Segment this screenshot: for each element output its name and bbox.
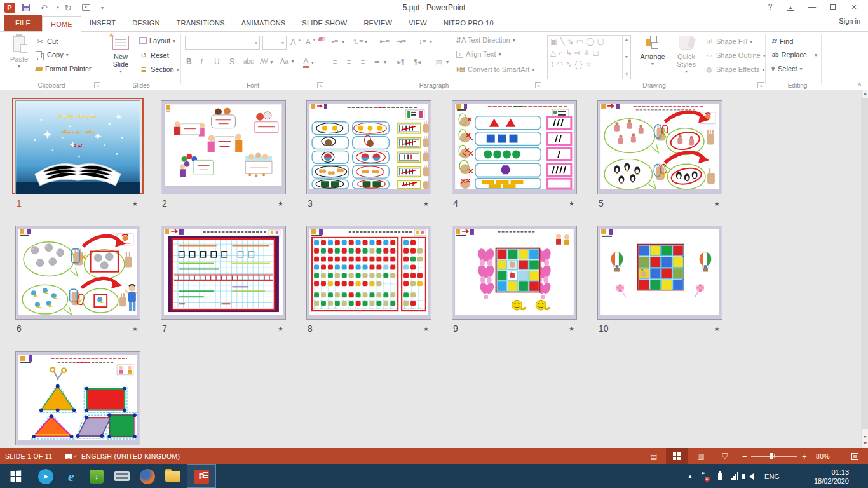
reset-button[interactable]: ↺Reset bbox=[139, 51, 169, 60]
select-button[interactable]: Select▾ bbox=[772, 65, 803, 72]
strikethrough-button[interactable]: S bbox=[229, 57, 234, 66]
slide-thumbnail-8[interactable] bbox=[306, 226, 431, 320]
align-right-button[interactable]: ≡ bbox=[358, 57, 367, 66]
align-center-button[interactable]: ≡ bbox=[344, 57, 353, 66]
slide-thumbnail-11[interactable] bbox=[15, 351, 140, 445]
align-left-button[interactable]: ≡ bbox=[330, 57, 339, 66]
reading-view-button[interactable]: ▥ bbox=[690, 448, 712, 464]
clear-formatting-button[interactable] bbox=[318, 37, 325, 41]
taskbar-internet-explorer-icon[interactable]: e bbox=[58, 464, 84, 488]
slide-show-button[interactable]: ⛉ bbox=[714, 448, 736, 464]
shapes-scrollbar[interactable]: ▲▼⊻ bbox=[622, 36, 630, 79]
tab-animations[interactable]: ANIMATIONS bbox=[233, 15, 294, 31]
taskbar-telegram-icon[interactable]: ➤ bbox=[33, 464, 58, 488]
tray-battery-icon[interactable] bbox=[714, 464, 726, 488]
fit-slide-to-window-button[interactable] bbox=[851, 448, 858, 464]
tab-file[interactable]: FILE bbox=[4, 15, 42, 31]
shape-effects-button[interactable]: ◍Shape Effects▾ bbox=[705, 65, 764, 74]
tab-transitions[interactable]: TRANSITIONS bbox=[168, 15, 233, 31]
underline-button[interactable]: U bbox=[214, 57, 220, 66]
layout-button[interactable]: Layout▾ bbox=[139, 37, 175, 44]
bullets-button[interactable]: •≡▾ bbox=[330, 37, 344, 46]
zoom-percentage[interactable]: 80% bbox=[816, 448, 830, 464]
tab-review[interactable]: REVIEW bbox=[355, 15, 400, 31]
shapes-gallery[interactable]: ▣╲⇘▭◯▢ △⌐↳⇨⇩◻ ⌇◠∿{}☆ ▲▼⊻ bbox=[547, 35, 631, 79]
columns-button[interactable]: ▤▾ bbox=[435, 57, 449, 66]
rtl-direction-button[interactable]: ¶◂ bbox=[413, 57, 422, 66]
scroll-up-arrow[interactable]: ▲ bbox=[862, 91, 868, 95]
font-color-button[interactable]: A▾ bbox=[303, 57, 314, 68]
tray-show-hidden-icons[interactable]: ▲ bbox=[685, 464, 695, 488]
normal-view-button[interactable]: ▤ bbox=[643, 448, 665, 464]
sign-in-link[interactable]: Sign in bbox=[839, 17, 860, 25]
tab-nitro-pro[interactable]: NITRO PRO 10 bbox=[435, 15, 502, 31]
slide-thumbnail-7[interactable] bbox=[161, 226, 286, 320]
tray-clock[interactable]: 01:13 18/02/2020 bbox=[788, 464, 849, 488]
proofing-icon[interactable]: ✓ bbox=[65, 448, 78, 464]
copy-button[interactable]: Copy▾ bbox=[36, 51, 69, 58]
slide-thumbnail-3[interactable] bbox=[306, 100, 431, 194]
tab-view[interactable]: VIEW bbox=[400, 15, 435, 31]
shape-outline-button[interactable]: ▱Shape Outline▾ bbox=[705, 51, 766, 60]
restore-button[interactable] bbox=[824, 0, 841, 14]
drawing-dialog-launcher[interactable]: ↘ bbox=[757, 82, 764, 88]
grow-font-button[interactable]: A▲ bbox=[290, 37, 302, 47]
paste-button[interactable]: Paste ▾ bbox=[6, 36, 32, 71]
change-case-button[interactable]: Aa▾ bbox=[280, 57, 294, 65]
convert-smartart-button[interactable]: ⏵▤Convert to SmartArt▾ bbox=[456, 65, 534, 74]
align-text-button[interactable]: ↕Align Text▾ bbox=[456, 50, 501, 58]
start-button[interactable] bbox=[0, 464, 31, 488]
increase-indent-button[interactable]: ⇥≡ bbox=[397, 37, 405, 46]
zoom-in-button[interactable]: + bbox=[802, 448, 807, 464]
slide-thumbnail-1[interactable]: به نام خدای ستاره ها ریاضی اول دبستان تم… bbox=[15, 100, 140, 194]
text-shadow-button[interactable]: abc bbox=[243, 58, 254, 65]
slide-thumbnail-9[interactable]: ? ? bbox=[452, 226, 577, 320]
slide-thumbnail-2[interactable] bbox=[161, 100, 286, 194]
replace-button[interactable]: abReplace▾ bbox=[772, 51, 817, 58]
ribbon-display-options-button[interactable]: ▲ bbox=[782, 0, 799, 14]
shape-fill-button[interactable]: ⛨Shape Fill▾ bbox=[705, 37, 752, 46]
slide-thumbnail-5[interactable] bbox=[597, 100, 722, 194]
bold-button[interactable]: B bbox=[186, 57, 192, 66]
character-spacing-button[interactable]: AV▾ bbox=[260, 58, 273, 65]
close-button[interactable]: × bbox=[845, 0, 863, 14]
next-slide-buttons[interactable]: ⏷ bbox=[862, 440, 868, 447]
scroll-down-arrow[interactable]: ▼ bbox=[862, 435, 868, 439]
find-button[interactable]: ⌭Find bbox=[772, 37, 793, 45]
line-spacing-button[interactable]: ↕≡▾ bbox=[418, 37, 432, 46]
clipboard-dialog-launcher[interactable]: ↘ bbox=[94, 82, 100, 88]
slide-sorter-view-button[interactable] bbox=[666, 448, 688, 464]
cut-button[interactable]: ✂Cut bbox=[36, 37, 58, 46]
decrease-indent-button[interactable]: ⇤≡ bbox=[380, 37, 389, 46]
tray-network-icon[interactable] bbox=[699, 464, 710, 488]
shrink-font-button[interactable]: A▼ bbox=[306, 37, 316, 46]
zoom-out-button[interactable]: − bbox=[742, 448, 747, 464]
arrange-button[interactable]: Arrange▾ bbox=[636, 36, 669, 68]
slide-thumbnail-10[interactable]: ? bbox=[597, 226, 722, 320]
help-button[interactable]: ? bbox=[761, 0, 779, 14]
text-direction-button[interactable]: ⇵AText Direction▾ bbox=[456, 36, 515, 44]
font-size-combo[interactable]: ▾ bbox=[262, 36, 287, 50]
italic-button[interactable]: I bbox=[200, 57, 203, 67]
tab-slide-show[interactable]: SLIDE SHOW bbox=[294, 15, 355, 31]
slide-thumbnail-6[interactable] bbox=[15, 226, 140, 320]
tab-design[interactable]: DESIGN bbox=[124, 15, 168, 31]
tray-language-indicator[interactable]: ENG bbox=[761, 464, 783, 488]
vertical-scrollbar[interactable]: ▲ ▼ ⏷ bbox=[861, 90, 868, 448]
tray-volume-icon[interactable] bbox=[745, 464, 757, 488]
tray-signal-icon[interactable] bbox=[728, 464, 741, 488]
numbering-button[interactable]: ⒈≡▾ bbox=[353, 37, 367, 46]
collapse-ribbon-button[interactable]: ∧ bbox=[857, 81, 862, 87]
slide-thumbnail-4[interactable] bbox=[452, 100, 577, 194]
taskbar-download-manager-icon[interactable]: ↓ bbox=[84, 464, 109, 488]
paragraph-dialog-launcher[interactable]: ↘ bbox=[535, 82, 541, 88]
tab-insert[interactable]: INSERT bbox=[81, 15, 124, 31]
scrollbar-thumb[interactable] bbox=[862, 98, 868, 429]
format-painter-button[interactable]: Format Painter bbox=[36, 65, 92, 72]
taskbar-powerpoint-active-icon[interactable]: P bbox=[187, 464, 216, 488]
taskbar-keyboard-icon[interactable] bbox=[109, 464, 135, 488]
section-button[interactable]: ≣Section▾ bbox=[139, 65, 179, 74]
font-name-combo[interactable]: ▾ bbox=[185, 36, 260, 50]
taskbar-file-explorer-icon[interactable] bbox=[160, 464, 186, 488]
taskbar-firefox-icon[interactable] bbox=[135, 464, 160, 488]
